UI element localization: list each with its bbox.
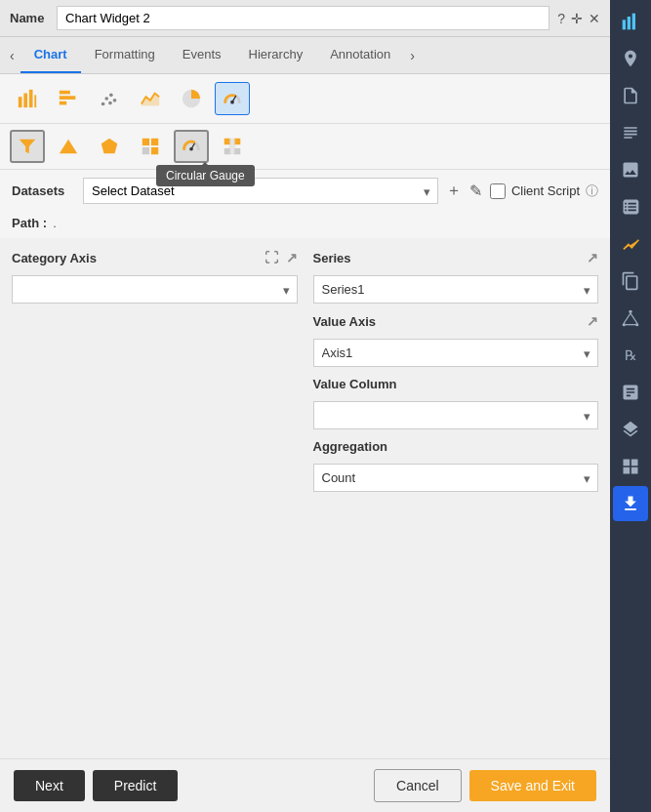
sidebar-chart-icon[interactable] <box>613 4 648 39</box>
svg-rect-1 <box>23 94 27 108</box>
horizontal-bar-btn[interactable] <box>51 82 86 115</box>
svg-point-32 <box>629 310 631 313</box>
scatter-btn[interactable] <box>92 82 127 115</box>
help-icon[interactable]: ? <box>557 11 565 26</box>
left-config-col: Category Axis ⛶ ↗ ▾ <box>12 250 298 747</box>
save-exit-button[interactable]: Save and Exit <box>469 770 596 801</box>
category-link-icon[interactable]: ↗ <box>286 250 298 265</box>
aggregation-select[interactable]: Count Sum Average Min Max <box>313 464 599 492</box>
filter-btn[interactable] <box>10 130 45 163</box>
category-axis-dropdown-wrapper: ▾ <box>12 275 298 304</box>
category-axis-icons: ⛶ ↗ <box>264 250 298 265</box>
value-column-dropdown-wrapper: ▾ <box>313 401 599 429</box>
sidebar-table-icon[interactable] <box>613 189 648 224</box>
svg-marker-17 <box>102 139 118 154</box>
name-input[interactable] <box>57 6 549 30</box>
svg-line-35 <box>624 313 631 323</box>
sidebar-document-icon[interactable] <box>613 78 648 113</box>
cancel-button[interactable]: Cancel <box>374 769 462 802</box>
value-axis-link-icon[interactable]: ↗ <box>587 313 598 329</box>
add-dataset-icon[interactable]: ＋ <box>446 181 462 201</box>
sidebar-network-icon[interactable] <box>613 301 648 336</box>
chart-type-row <box>0 74 610 124</box>
category-axis-select[interactable] <box>12 275 298 304</box>
sidebar-text-icon[interactable] <box>613 115 648 150</box>
svg-rect-21 <box>151 147 158 154</box>
name-icons: ? ✛ ✕ <box>557 11 600 26</box>
tab-hierarchy[interactable]: Hierarchy <box>235 37 317 73</box>
client-script-info-icon[interactable]: ⓘ <box>586 183 598 200</box>
sidebar-download-icon[interactable] <box>613 486 648 521</box>
edit-dataset-icon[interactable]: ✎ <box>469 182 482 200</box>
sidebar-grid-icon[interactable] <box>613 449 648 484</box>
dataset-select[interactable]: Select Dataset <box>83 178 438 204</box>
pentagon-btn[interactable] <box>92 130 127 163</box>
tab-prev-arrow[interactable]: ‹ <box>4 40 20 71</box>
name-label: Name <box>10 11 49 25</box>
svg-rect-2 <box>29 90 33 107</box>
svg-point-33 <box>623 323 626 326</box>
bar-chart-btn[interactable] <box>10 82 45 115</box>
circular-gauge-btn[interactable] <box>174 130 209 163</box>
predict-button[interactable]: Predict <box>93 770 179 801</box>
pie-chart-btn[interactable] <box>174 82 209 115</box>
sidebar-rx-icon[interactable]: ℞ <box>613 338 648 373</box>
svg-rect-29 <box>623 20 626 29</box>
svg-rect-0 <box>19 97 22 107</box>
svg-point-7 <box>102 102 105 106</box>
triangle-btn[interactable] <box>51 130 86 163</box>
path-value: . <box>53 216 57 230</box>
square-split-btn[interactable] <box>133 130 168 163</box>
svg-point-14 <box>230 101 234 104</box>
value-axis-select[interactable]: Axis1 <box>313 339 599 367</box>
category-network-icon[interactable]: ⛶ <box>264 250 278 265</box>
area-chart-btn[interactable] <box>133 82 168 115</box>
sidebar-map-icon[interactable] <box>613 41 648 76</box>
gauge-chart-btn[interactable] <box>215 82 250 115</box>
svg-marker-15 <box>20 140 36 154</box>
svg-rect-19 <box>151 139 158 145</box>
series-dropdown-wrapper: Series1 ▾ <box>313 275 599 304</box>
client-script-row: Client Script ⓘ <box>490 183 598 200</box>
client-script-checkbox[interactable] <box>490 183 506 199</box>
tab-chart[interactable]: Chart <box>20 37 81 73</box>
series-label: Series <box>313 251 351 265</box>
sidebar-linechart-icon[interactable] <box>613 226 648 262</box>
main-panel: Name ? ✛ ✕ ‹ Chart Formatting Events Hie… <box>0 0 610 812</box>
config-columns: Category Axis ⛶ ↗ ▾ Series ↗ <box>0 238 610 758</box>
svg-point-34 <box>635 323 638 326</box>
grid-split-btn[interactable] <box>215 130 250 163</box>
name-row: Name ? ✛ ✕ <box>0 0 610 37</box>
datasets-row: Datasets Select Dataset ▾ ＋ ✎ Client Scr… <box>0 170 610 212</box>
next-button[interactable]: Next <box>14 770 85 801</box>
svg-point-9 <box>109 94 113 98</box>
series-link-icon[interactable]: ↗ <box>587 250 598 265</box>
tab-events[interactable]: Events <box>169 37 235 73</box>
right-sidebar: ℞ <box>610 0 651 812</box>
svg-rect-18 <box>142 139 149 145</box>
sidebar-copy-icon[interactable] <box>613 264 648 299</box>
sidebar-image-icon[interactable] <box>613 152 648 187</box>
close-icon[interactable]: ✕ <box>589 11 600 26</box>
svg-point-8 <box>104 97 108 101</box>
tab-next-arrow[interactable]: › <box>404 40 421 71</box>
svg-line-36 <box>631 313 637 323</box>
value-axis-label: Value Axis <box>313 314 377 329</box>
svg-point-10 <box>113 99 117 102</box>
sidebar-layers-icon[interactable] <box>613 412 648 447</box>
tab-formatting[interactable]: Formatting <box>81 37 169 73</box>
series-section: Series ↗ <box>313 250 599 265</box>
series-select[interactable]: Series1 <box>313 275 599 304</box>
svg-rect-31 <box>632 14 635 30</box>
move-icon[interactable]: ✛ <box>571 11 583 26</box>
svg-rect-28 <box>229 139 235 155</box>
value-column-section: Value Column <box>313 377 599 391</box>
value-axis-section: Value Axis ↗ <box>313 313 599 329</box>
aggregation-section: Aggregation <box>313 439 599 454</box>
bottom-bar: Next Predict Cancel Save and Exit <box>0 758 610 812</box>
value-column-select[interactable] <box>313 401 599 429</box>
sidebar-report-icon[interactable] <box>613 375 648 410</box>
tab-annotation[interactable]: Annotation <box>316 37 404 73</box>
value-axis-dropdown-wrapper: Axis1 ▾ <box>313 339 599 367</box>
category-axis-section: Category Axis ⛶ ↗ <box>12 250 298 265</box>
